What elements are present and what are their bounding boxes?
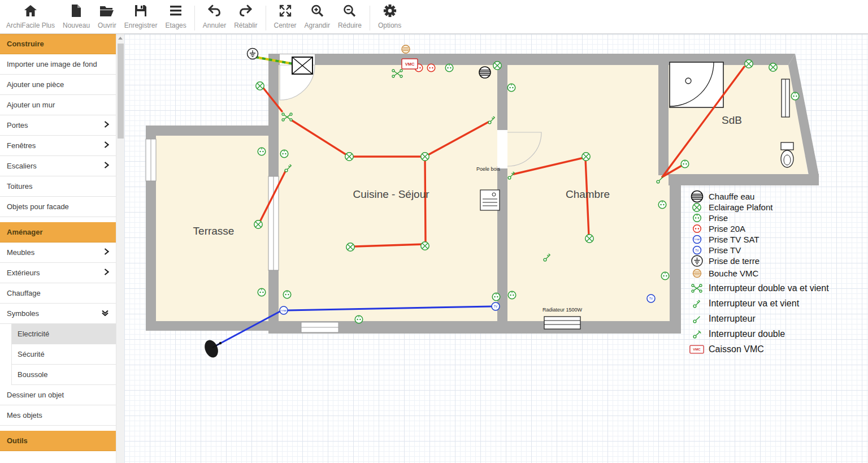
room-label-terrasse[interactable]: Terrasse	[193, 225, 235, 237]
center-button[interactable]: Centrer	[270, 2, 301, 31]
new-button[interactable]: Nouveau	[59, 2, 94, 31]
gear-icon	[383, 4, 397, 20]
legend-item: TVSATPrise TV SAT	[689, 234, 829, 245]
open-button[interactable]: Ouvrir	[94, 2, 120, 31]
chevron-right-icon	[104, 162, 109, 170]
prise-tv-symbol[interactable]: TV	[492, 302, 500, 310]
room-label-cuisine-sejour[interactable]: Cuisine - Séjour	[353, 188, 429, 200]
sidebar-item-escaliers[interactable]: Escaliers	[0, 156, 116, 176]
sidebar-item-dessiner-objet[interactable]: Dessiner un objet	[0, 385, 116, 405]
prise-tv-sat-icon: TVSAT	[689, 235, 704, 244]
section-header-amenager[interactable]: Aménager	[0, 222, 116, 243]
sidebar-item-exterieurs[interactable]: Extérieurs	[0, 263, 116, 283]
sidebar-item-meubles[interactable]: Meubles	[0, 243, 116, 263]
sidebar-item-chauffage[interactable]: Chauffage	[0, 283, 116, 304]
svg-text:TV: TV	[494, 305, 498, 308]
electrical-legend[interactable]: Chauffe eau Eclairage Plafont Prise Pris…	[689, 191, 829, 357]
plan-canvas[interactable]: VMC TV TV TVSAT Terrasse Cuisine - Séjou…	[124, 34, 868, 463]
zoom-in-label: Agrandir	[305, 21, 330, 29]
sidebar-subitem-securite[interactable]: Sécurité	[12, 344, 116, 365]
zoom-out-button[interactable]: Réduire	[334, 2, 366, 31]
poele-bois-label[interactable]: Poele bois	[476, 166, 501, 172]
center-view-icon	[278, 4, 293, 20]
symboles-submenu: Electricité Sécurité Boussole	[11, 324, 116, 385]
sidebar-item-importer-image[interactable]: Importer une image de fond	[0, 54, 116, 75]
chevron-right-icon	[104, 121, 109, 129]
legend-item: Chauffe eau	[689, 191, 829, 202]
layers-icon	[169, 4, 183, 20]
sidebar-item-ajouter-mur[interactable]: Ajouter un mur	[0, 95, 116, 115]
save-label: Enregistrer	[124, 21, 158, 29]
zoom-in-button[interactable]: Agrandir	[301, 2, 334, 31]
prise-tv-icon: TV	[689, 245, 704, 255]
sidebar-item-mes-objets[interactable]: Mes objets	[0, 405, 116, 426]
zoom-out-label: Réduire	[338, 21, 362, 29]
prise-20a-icon	[689, 224, 704, 233]
redo-button[interactable]: Rétablir	[230, 2, 261, 31]
center-label: Centrer	[274, 21, 297, 29]
sidebar-scrollbar[interactable]	[116, 34, 124, 463]
caisson-vmc-symbol[interactable]: VMC	[402, 59, 418, 69]
legend-item: Prise de terre	[689, 256, 829, 266]
toolbar-separator	[266, 6, 266, 31]
room-label-sdb[interactable]: SdB	[722, 114, 742, 126]
bouche-vmc-icon	[689, 269, 704, 278]
scrollbar-thumb[interactable]	[118, 44, 124, 139]
left-sidebar: Construire Importer une image de fond Aj…	[0, 34, 116, 463]
sidebar-item-toitures[interactable]: Toitures	[0, 176, 116, 197]
sidebar-item-symboles[interactable]: Symboles	[0, 304, 116, 324]
room-label-chambre[interactable]: Chambre	[566, 188, 610, 200]
save-icon	[134, 4, 147, 20]
prise-tv-sat-symbol[interactable]: TVSAT	[280, 306, 288, 314]
chevron-right-icon	[104, 269, 109, 277]
undo-label: Annuler	[203, 21, 226, 29]
zoom-out-icon	[342, 4, 357, 20]
interrupteur-va-et-vient-icon	[689, 298, 704, 309]
prise-de-terre-icon	[689, 255, 704, 267]
zoom-in-icon	[310, 4, 324, 20]
toolbar-separator	[370, 6, 370, 31]
caisson-vmc-icon: VMC	[689, 344, 704, 355]
legend-item: Interrupteur va et vient	[689, 296, 829, 311]
undo-icon	[207, 4, 222, 20]
save-button[interactable]: Enregistrer	[120, 2, 162, 31]
chauffe-eau-symbol[interactable]	[479, 67, 491, 78]
new-file-icon	[71, 4, 82, 20]
eclairage-plafond-icon	[689, 202, 704, 213]
new-label: Nouveau	[63, 21, 90, 29]
floors-button[interactable]: Etages	[161, 2, 190, 31]
sidebar-subitem-electricite[interactable]: Electricité	[12, 324, 116, 344]
sidebar-item-objets-facade[interactable]: Objets pour facade	[0, 197, 116, 217]
prise-tv-symbol[interactable]: TV	[647, 295, 655, 302]
svg-text:TV: TV	[695, 249, 699, 252]
top-toolbar: ArchiFacile Plus Nouveau Ouvrir Enregist…	[0, 0, 868, 34]
redo-icon	[238, 4, 253, 20]
sidebar-subitem-boussole[interactable]: Boussole	[12, 365, 116, 385]
scroll-up-arrow-icon[interactable]	[116, 34, 124, 42]
sidebar-item-ajouter-piece[interactable]: Ajouter une pièce	[0, 75, 116, 95]
prise-de-terre-symbol	[248, 49, 258, 59]
svg-text:TV: TV	[649, 297, 653, 300]
open-folder-icon	[99, 4, 115, 20]
legend-item: Interrupteur double va et vient	[689, 280, 829, 296]
toolbar-separator	[194, 6, 195, 31]
legend-item: Prise	[689, 213, 829, 223]
interrupteur-double-va-et-vient-icon	[689, 284, 704, 293]
home-label: ArchiFacile Plus	[6, 21, 55, 29]
bouche-vmc-symbol[interactable]	[402, 45, 410, 53]
radiateur-label[interactable]: Radiateur 1500W	[542, 307, 583, 313]
section-header-outils[interactable]: Outils	[0, 431, 116, 451]
sidebar-item-fenetres[interactable]: Fenêtres	[0, 136, 116, 156]
section-header-construire[interactable]: Construire	[0, 34, 116, 54]
legend-item: Prise 20A	[689, 223, 829, 234]
sidebar-item-portes[interactable]: Portes	[0, 115, 116, 136]
legend-item: Interrupteur double	[689, 326, 829, 341]
satellite-dish[interactable]	[202, 338, 222, 360]
chevron-right-icon	[104, 248, 109, 257]
interrupteur-double-icon	[689, 329, 704, 339]
home-button[interactable]: ArchiFacile Plus	[2, 2, 59, 31]
interrupteur-icon	[689, 314, 704, 324]
options-button[interactable]: Options	[374, 2, 405, 31]
svg-text:TVSAT: TVSAT	[693, 239, 700, 241]
undo-button[interactable]: Annuler	[199, 2, 230, 31]
